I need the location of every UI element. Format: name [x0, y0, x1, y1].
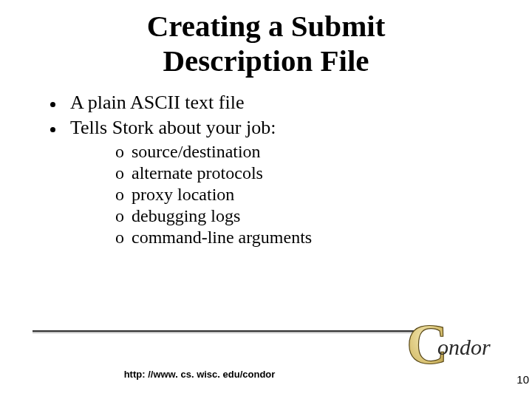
sub-bullet-item: o alternate protocols — [115, 163, 532, 183]
slide-title: Creating a Submit Description File — [0, 9, 532, 78]
condor-logo: C ondor — [400, 306, 511, 387]
divider — [33, 330, 414, 334]
slide: Creating a Submit Description File A pla… — [0, 9, 532, 399]
sub-bullet-item: o proxy location — [115, 185, 532, 205]
slide-body: A plain ASCII text file Tells Stork abou… — [50, 92, 532, 248]
title-line-2: Description File — [0, 44, 532, 78]
page-number: 10 — [516, 373, 529, 386]
bullet-item: Tells Stork about your job: — [50, 117, 532, 139]
divider-shadow — [33, 332, 414, 334]
logo-text: ondor — [437, 335, 491, 359]
sub-bullet-text: alternate protocols — [132, 163, 263, 183]
bullet-dot-icon — [50, 127, 55, 132]
bullet-item: A plain ASCII text file — [50, 92, 532, 114]
sub-bullet-item: o command-line arguments — [115, 228, 532, 248]
sub-bullet-text: debugging logs — [132, 206, 240, 226]
sub-bullet-item: o debugging logs — [115, 206, 532, 226]
o-marker-icon: o — [115, 206, 132, 226]
sub-bullet-text: command-line arguments — [132, 228, 312, 248]
o-marker-icon: o — [115, 185, 132, 205]
footer-url: http: //www. cs. wisc. edu/condor — [0, 369, 399, 380]
bullet-text: A plain ASCII text file — [70, 92, 244, 114]
sub-bullet-text: proxy location — [132, 185, 234, 205]
sub-bullet-text: source/destination — [132, 142, 261, 162]
o-marker-icon: o — [115, 142, 132, 162]
sub-bullet-list: o source/destination o alternate protoco… — [115, 142, 532, 248]
bullet-text: Tells Stork about your job: — [70, 117, 276, 139]
bullet-dot-icon — [50, 102, 55, 107]
sub-bullet-item: o source/destination — [115, 142, 532, 162]
o-marker-icon: o — [115, 228, 132, 248]
title-line-1: Creating a Submit — [0, 9, 532, 44]
o-marker-icon: o — [115, 163, 132, 183]
